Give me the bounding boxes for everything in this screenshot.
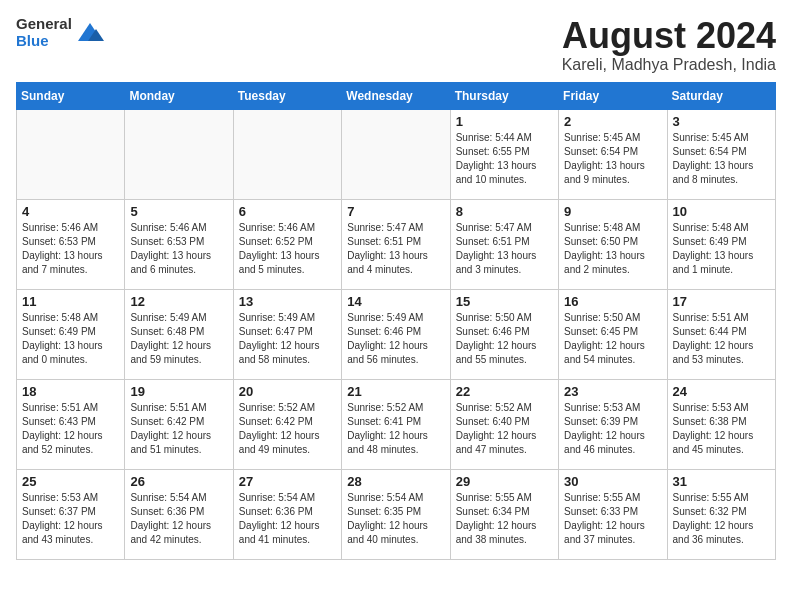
calendar-cell: 5Sunrise: 5:46 AM Sunset: 6:53 PM Daylig… [125, 199, 233, 289]
day-number: 21 [347, 384, 444, 399]
cell-info: Sunrise: 5:55 AM Sunset: 6:33 PM Dayligh… [564, 491, 661, 547]
cell-info: Sunrise: 5:45 AM Sunset: 6:54 PM Dayligh… [673, 131, 770, 187]
day-number: 8 [456, 204, 553, 219]
day-number: 10 [673, 204, 770, 219]
cell-info: Sunrise: 5:50 AM Sunset: 6:46 PM Dayligh… [456, 311, 553, 367]
logo-icon [76, 19, 104, 47]
header-row: SundayMondayTuesdayWednesdayThursdayFrid… [17, 82, 776, 109]
week-row-2: 4Sunrise: 5:46 AM Sunset: 6:53 PM Daylig… [17, 199, 776, 289]
cell-info: Sunrise: 5:46 AM Sunset: 6:53 PM Dayligh… [22, 221, 119, 277]
day-number: 7 [347, 204, 444, 219]
week-row-5: 25Sunrise: 5:53 AM Sunset: 6:37 PM Dayli… [17, 469, 776, 559]
day-number: 24 [673, 384, 770, 399]
logo-general-text: General [16, 16, 72, 33]
calendar-cell: 21Sunrise: 5:52 AM Sunset: 6:41 PM Dayli… [342, 379, 450, 469]
title-block: August 2024 Kareli, Madhya Pradesh, Indi… [562, 16, 776, 74]
week-row-3: 11Sunrise: 5:48 AM Sunset: 6:49 PM Dayli… [17, 289, 776, 379]
calendar-cell: 26Sunrise: 5:54 AM Sunset: 6:36 PM Dayli… [125, 469, 233, 559]
day-number: 20 [239, 384, 336, 399]
day-number: 13 [239, 294, 336, 309]
cell-info: Sunrise: 5:49 AM Sunset: 6:47 PM Dayligh… [239, 311, 336, 367]
calendar-cell [233, 109, 341, 199]
day-number: 15 [456, 294, 553, 309]
day-number: 22 [456, 384, 553, 399]
cell-info: Sunrise: 5:51 AM Sunset: 6:43 PM Dayligh… [22, 401, 119, 457]
cell-info: Sunrise: 5:44 AM Sunset: 6:55 PM Dayligh… [456, 131, 553, 187]
cell-info: Sunrise: 5:48 AM Sunset: 6:49 PM Dayligh… [22, 311, 119, 367]
calendar-cell: 28Sunrise: 5:54 AM Sunset: 6:35 PM Dayli… [342, 469, 450, 559]
calendar-cell: 8Sunrise: 5:47 AM Sunset: 6:51 PM Daylig… [450, 199, 558, 289]
cell-info: Sunrise: 5:53 AM Sunset: 6:39 PM Dayligh… [564, 401, 661, 457]
page-header: General Blue August 2024 Kareli, Madhya … [16, 16, 776, 74]
calendar-cell: 3Sunrise: 5:45 AM Sunset: 6:54 PM Daylig… [667, 109, 775, 199]
header-saturday: Saturday [667, 82, 775, 109]
cell-info: Sunrise: 5:55 AM Sunset: 6:32 PM Dayligh… [673, 491, 770, 547]
calendar-cell: 18Sunrise: 5:51 AM Sunset: 6:43 PM Dayli… [17, 379, 125, 469]
day-number: 9 [564, 204, 661, 219]
cell-info: Sunrise: 5:48 AM Sunset: 6:50 PM Dayligh… [564, 221, 661, 277]
calendar-cell: 11Sunrise: 5:48 AM Sunset: 6:49 PM Dayli… [17, 289, 125, 379]
week-row-1: 1Sunrise: 5:44 AM Sunset: 6:55 PM Daylig… [17, 109, 776, 199]
calendar-cell: 19Sunrise: 5:51 AM Sunset: 6:42 PM Dayli… [125, 379, 233, 469]
calendar-cell: 1Sunrise: 5:44 AM Sunset: 6:55 PM Daylig… [450, 109, 558, 199]
cell-info: Sunrise: 5:46 AM Sunset: 6:52 PM Dayligh… [239, 221, 336, 277]
day-number: 31 [673, 474, 770, 489]
cell-info: Sunrise: 5:54 AM Sunset: 6:35 PM Dayligh… [347, 491, 444, 547]
calendar-cell: 31Sunrise: 5:55 AM Sunset: 6:32 PM Dayli… [667, 469, 775, 559]
calendar-cell: 20Sunrise: 5:52 AM Sunset: 6:42 PM Dayli… [233, 379, 341, 469]
header-monday: Monday [125, 82, 233, 109]
day-number: 11 [22, 294, 119, 309]
calendar-cell: 9Sunrise: 5:48 AM Sunset: 6:50 PM Daylig… [559, 199, 667, 289]
cell-info: Sunrise: 5:52 AM Sunset: 6:40 PM Dayligh… [456, 401, 553, 457]
day-number: 1 [456, 114, 553, 129]
day-number: 29 [456, 474, 553, 489]
cell-info: Sunrise: 5:49 AM Sunset: 6:48 PM Dayligh… [130, 311, 227, 367]
cell-info: Sunrise: 5:51 AM Sunset: 6:42 PM Dayligh… [130, 401, 227, 457]
cell-info: Sunrise: 5:54 AM Sunset: 6:36 PM Dayligh… [239, 491, 336, 547]
calendar-cell: 17Sunrise: 5:51 AM Sunset: 6:44 PM Dayli… [667, 289, 775, 379]
calendar-cell: 24Sunrise: 5:53 AM Sunset: 6:38 PM Dayli… [667, 379, 775, 469]
cell-info: Sunrise: 5:47 AM Sunset: 6:51 PM Dayligh… [347, 221, 444, 277]
day-number: 5 [130, 204, 227, 219]
cell-info: Sunrise: 5:47 AM Sunset: 6:51 PM Dayligh… [456, 221, 553, 277]
day-number: 19 [130, 384, 227, 399]
day-number: 2 [564, 114, 661, 129]
calendar-cell: 13Sunrise: 5:49 AM Sunset: 6:47 PM Dayli… [233, 289, 341, 379]
calendar-cell: 23Sunrise: 5:53 AM Sunset: 6:39 PM Dayli… [559, 379, 667, 469]
calendar-cell: 10Sunrise: 5:48 AM Sunset: 6:49 PM Dayli… [667, 199, 775, 289]
day-number: 26 [130, 474, 227, 489]
cell-info: Sunrise: 5:51 AM Sunset: 6:44 PM Dayligh… [673, 311, 770, 367]
day-number: 6 [239, 204, 336, 219]
calendar-cell: 27Sunrise: 5:54 AM Sunset: 6:36 PM Dayli… [233, 469, 341, 559]
cell-info: Sunrise: 5:52 AM Sunset: 6:42 PM Dayligh… [239, 401, 336, 457]
day-number: 12 [130, 294, 227, 309]
header-sunday: Sunday [17, 82, 125, 109]
logo-blue-text: Blue [16, 33, 72, 50]
day-number: 25 [22, 474, 119, 489]
day-number: 23 [564, 384, 661, 399]
day-number: 18 [22, 384, 119, 399]
day-number: 17 [673, 294, 770, 309]
day-number: 3 [673, 114, 770, 129]
day-number: 27 [239, 474, 336, 489]
location: Kareli, Madhya Pradesh, India [562, 56, 776, 74]
calendar-cell: 25Sunrise: 5:53 AM Sunset: 6:37 PM Dayli… [17, 469, 125, 559]
calendar-cell: 6Sunrise: 5:46 AM Sunset: 6:52 PM Daylig… [233, 199, 341, 289]
logo: General Blue [16, 16, 104, 49]
day-number: 28 [347, 474, 444, 489]
calendar-cell [342, 109, 450, 199]
calendar-cell: 7Sunrise: 5:47 AM Sunset: 6:51 PM Daylig… [342, 199, 450, 289]
calendar-cell: 4Sunrise: 5:46 AM Sunset: 6:53 PM Daylig… [17, 199, 125, 289]
cell-info: Sunrise: 5:53 AM Sunset: 6:37 PM Dayligh… [22, 491, 119, 547]
cell-info: Sunrise: 5:46 AM Sunset: 6:53 PM Dayligh… [130, 221, 227, 277]
calendar-cell: 14Sunrise: 5:49 AM Sunset: 6:46 PM Dayli… [342, 289, 450, 379]
header-wednesday: Wednesday [342, 82, 450, 109]
header-friday: Friday [559, 82, 667, 109]
week-row-4: 18Sunrise: 5:51 AM Sunset: 6:43 PM Dayli… [17, 379, 776, 469]
calendar-cell: 29Sunrise: 5:55 AM Sunset: 6:34 PM Dayli… [450, 469, 558, 559]
day-number: 30 [564, 474, 661, 489]
calendar-cell: 16Sunrise: 5:50 AM Sunset: 6:45 PM Dayli… [559, 289, 667, 379]
header-tuesday: Tuesday [233, 82, 341, 109]
calendar-cell: 15Sunrise: 5:50 AM Sunset: 6:46 PM Dayli… [450, 289, 558, 379]
cell-info: Sunrise: 5:53 AM Sunset: 6:38 PM Dayligh… [673, 401, 770, 457]
